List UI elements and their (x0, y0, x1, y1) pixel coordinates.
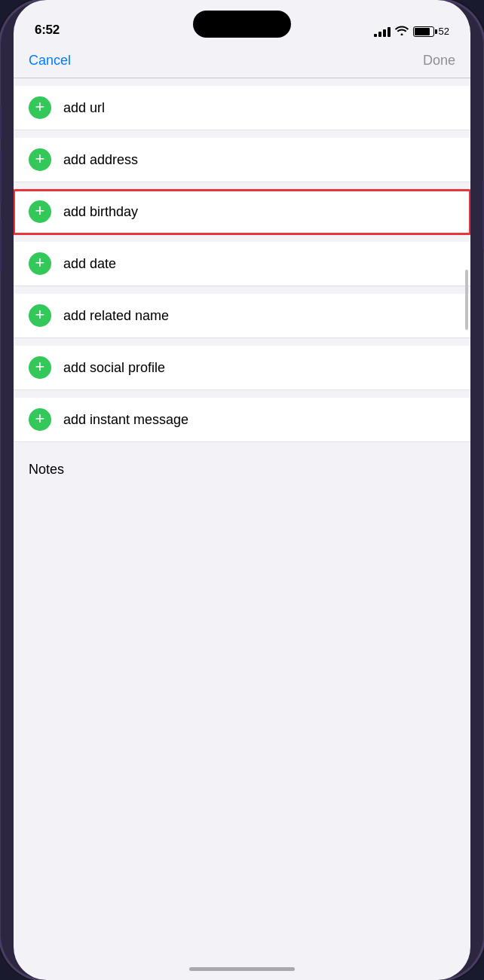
add-instant-message-label: add instant message (63, 412, 188, 428)
add-url-label: add url (63, 100, 105, 116)
list-item-add-social-profile[interactable]: + add social profile (14, 346, 470, 390)
add-birthday-label: add birthday (63, 204, 138, 220)
add-social-profile-label: add social profile (63, 360, 165, 376)
separator (14, 234, 470, 242)
silent-switch (0, 105, 2, 139)
plus-icon-social-profile: + (29, 356, 51, 379)
separator (14, 130, 470, 138)
list-container: + add url + add address + (14, 78, 470, 490)
add-related-name-label: add related name (63, 308, 169, 324)
plus-icon-birthday: + (29, 200, 51, 223)
phone-frame: 6:52 52 (0, 0, 484, 980)
battery-level: 52 (439, 26, 449, 37)
plus-icon-related-name: + (29, 304, 51, 327)
notes-section: Notes (14, 450, 470, 490)
status-icons: 52 (374, 25, 449, 38)
list-item-add-birthday[interactable]: + add birthday (14, 190, 470, 234)
separator (14, 182, 470, 190)
add-date-label: add date (63, 256, 116, 272)
list-item-add-address[interactable]: + add address (14, 138, 470, 182)
list-item-add-date[interactable]: + add date (14, 242, 470, 286)
separator (14, 338, 470, 346)
home-indicator (189, 967, 295, 971)
plus-icon-url: + (29, 96, 51, 119)
separator (14, 286, 470, 294)
content-area: Cancel Done + add url + (14, 44, 470, 980)
separator (14, 442, 470, 450)
list-item-add-related-name[interactable]: + add related name (14, 294, 470, 338)
battery-icon (413, 26, 434, 37)
phone-screen: 6:52 52 (14, 0, 470, 980)
plus-icon-date: + (29, 252, 51, 275)
volume-down-button (0, 218, 2, 271)
notes-label: Notes (29, 462, 455, 478)
scrollbar[interactable] (465, 270, 468, 330)
list-item-add-url[interactable]: + add url (14, 86, 470, 130)
list-item-add-instant-message[interactable]: + add instant message (14, 398, 470, 442)
plus-icon-instant-message: + (29, 408, 51, 431)
dynamic-island (193, 11, 291, 38)
signal-icon (374, 26, 391, 37)
add-address-label: add address (63, 152, 138, 168)
separator (14, 390, 470, 398)
plus-icon-address: + (29, 148, 51, 171)
nav-bar: Cancel Done (14, 44, 470, 78)
volume-up-button (0, 151, 2, 203)
status-time: 6:52 (35, 23, 60, 38)
wifi-icon (395, 25, 409, 38)
cancel-button[interactable]: Cancel (29, 53, 71, 69)
done-button[interactable]: Done (423, 53, 455, 69)
separator (14, 78, 470, 86)
